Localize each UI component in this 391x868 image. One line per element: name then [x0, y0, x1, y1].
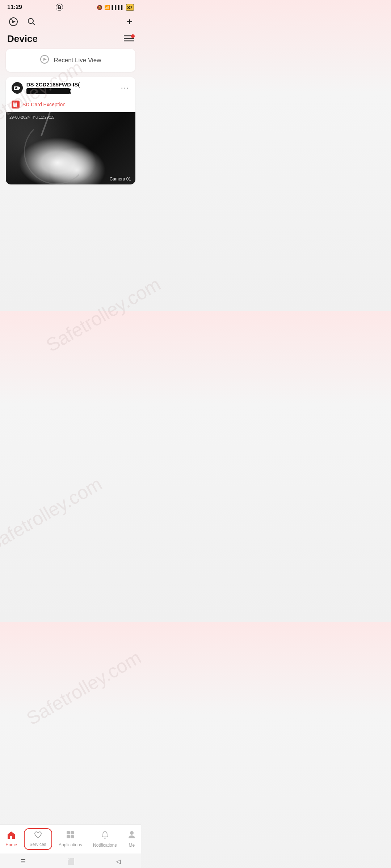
search-button[interactable]	[25, 16, 38, 28]
status-icons: 🔕 📶 ▌▌▌▌ 87	[97, 4, 134, 11]
sd-card-exception-label: SD Card Exception	[22, 102, 66, 107]
svg-rect-15	[14, 102, 15, 103]
redacted-id	[26, 88, 70, 94]
device-info-left: DS-2CD2185FWD-IS( )	[12, 81, 121, 94]
camera-background	[6, 112, 135, 184]
device-card: DS-2CD2185FWD-IS( ) ··· SD Card Exceptio…	[6, 77, 135, 184]
add-button[interactable]: +	[125, 14, 134, 29]
battery-indicator: 87	[126, 4, 134, 11]
b-icon: B	[56, 4, 63, 11]
status-bar: 11:29 B 🔕 📶 ▌▌▌▌ 87	[0, 0, 141, 13]
svg-rect-17	[16, 102, 17, 103]
play-circle-icon	[40, 55, 49, 66]
search-icon	[27, 17, 36, 26]
page-title: Device	[7, 33, 38, 44]
camera-lens-icon	[14, 85, 20, 91]
camera-arc-overlay	[24, 119, 89, 184]
menu-button[interactable]	[124, 35, 134, 43]
notification-badge	[131, 34, 135, 38]
signal-icon: ▌▌▌▌	[112, 5, 124, 10]
device-name: DS-2CD2185FWD-IS( )	[26, 81, 121, 94]
recent-live-content: Recent Live View	[13, 55, 128, 66]
svg-marker-1	[12, 20, 16, 23]
camera-feed[interactable]: 29-08-2024 Thu 11:29:15 Camera 01	[6, 112, 135, 184]
svg-line-4	[33, 23, 35, 25]
svg-point-13	[16, 88, 17, 89]
wifi-icon: 📶	[104, 5, 110, 10]
watermark-text-2: Safetrolley.com	[42, 273, 141, 311]
sd-card-exception-icon	[12, 101, 20, 109]
recent-live-view-card[interactable]: Recent Live View	[6, 49, 135, 72]
svg-point-3	[28, 18, 33, 24]
device-more-button[interactable]: ···	[121, 83, 130, 93]
camera-label: Camera 01	[110, 176, 131, 182]
camera-timestamp: 29-08-2024 Thu 11:29:15	[9, 115, 54, 119]
exception-row: SD Card Exception	[6, 98, 135, 112]
toolbar-left	[7, 16, 38, 28]
playback-icon	[9, 17, 18, 26]
device-header: DS-2CD2185FWD-IS( ) ···	[6, 77, 135, 98]
status-time: 11:29	[7, 4, 22, 10]
svg-marker-9	[43, 58, 47, 61]
sd-card-icon	[13, 102, 18, 107]
device-camera-icon	[12, 82, 23, 94]
page-header: Device	[0, 32, 141, 49]
svg-marker-11	[19, 86, 20, 89]
playback-button[interactable]	[7, 16, 20, 28]
toolbar: +	[0, 13, 141, 32]
svg-rect-16	[15, 102, 16, 103]
recent-live-label: Recent Live View	[54, 57, 101, 64]
mute-icon: 🔕	[97, 5, 102, 10]
play-icon	[40, 55, 49, 64]
